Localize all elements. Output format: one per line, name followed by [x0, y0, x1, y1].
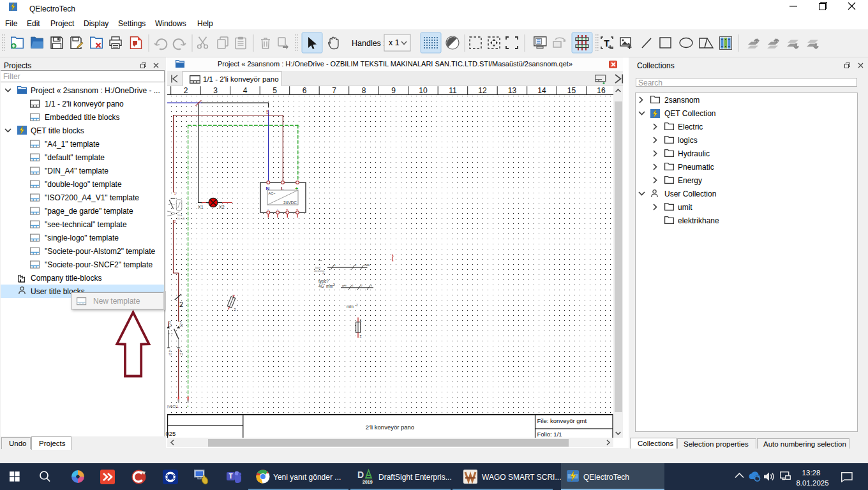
- svg-text:7: 7: [332, 86, 336, 95]
- svg-text:9: 9: [391, 86, 396, 95]
- svg-text:2: 2: [360, 334, 362, 338]
- svg-text:8: 8: [362, 86, 366, 95]
- svg-text:8.01.2025: 8.01.2025: [796, 479, 828, 487]
- svg-text:"page_de garde" template: "page_de garde" template: [45, 207, 133, 216]
- svg-text:D: D: [357, 470, 364, 480]
- svg-text:1/1 - 2'li konveyör pano: 1/1 - 2'li konveyör pano: [45, 100, 124, 108]
- svg-text:DraftSight Enterpris...: DraftSight Enterpris...: [378, 473, 452, 482]
- svg-text:20 A: 20 A: [177, 214, 183, 217]
- svg-text:3: 3: [169, 320, 171, 324]
- svg-text:T: T: [228, 473, 232, 480]
- svg-text:4G: 4G: [318, 284, 324, 288]
- svg-text:X1: X1: [198, 205, 204, 209]
- svg-text:"see-technical" template: "see-technical" template: [45, 220, 127, 229]
- svg-text:Project « 2sansnom : H:/OneDri: Project « 2sansnom : H:/OneDrive - ...: [31, 86, 160, 95]
- svg-text:14: 14: [537, 86, 546, 95]
- svg-text:elektrikhane: elektrikhane: [678, 216, 719, 225]
- svg-text:gmt: gmt: [342, 284, 347, 287]
- svg-text:1: 1: [174, 191, 176, 195]
- svg-text:+: +: [286, 207, 288, 211]
- svg-text:AC~: AC~: [269, 191, 276, 195]
- svg-text:"Societe-pour-SNCF2" template: "Societe-pour-SNCF2" template: [45, 260, 153, 269]
- svg-text:umit: umit: [678, 203, 692, 212]
- svg-text:13: 13: [508, 86, 517, 95]
- svg-text:10: 10: [419, 86, 428, 95]
- svg-text:2: 2: [184, 86, 188, 95]
- svg-text:24VDC: 24VDC: [283, 200, 297, 205]
- svg-text:QET Collection: QET Collection: [664, 109, 715, 118]
- svg-text:3: 3: [213, 86, 218, 95]
- svg-text:T: T: [604, 38, 610, 48]
- svg-text:30 mA: 30 mA: [177, 217, 185, 220]
- svg-text:4: 4: [169, 349, 171, 353]
- svg-text:(VAC): (VAC): [167, 405, 176, 408]
- svg-text:Embedded title blocks: Embedded title blocks: [45, 113, 119, 122]
- svg-text:mm: mm: [326, 284, 333, 288]
- svg-text:Energy: Energy: [678, 176, 702, 185]
- svg-text:Hydraulic: Hydraulic: [678, 149, 710, 158]
- svg-text:5: 5: [273, 86, 277, 95]
- svg-text:16: 16: [597, 86, 606, 95]
- svg-text:+: +: [187, 404, 190, 408]
- svg-text:"ISO7200_A4_V1" template: "ISO7200_A4_V1" template: [45, 193, 139, 202]
- svg-text:11: 11: [449, 86, 457, 95]
- svg-text:2: 2: [174, 219, 176, 223]
- svg-text:T2: T2: [168, 353, 172, 356]
- svg-text:"DIN_A4" template: "DIN_A4" template: [45, 167, 108, 175]
- svg-text:+: +: [296, 207, 299, 211]
- svg-text:5: 5: [180, 320, 182, 324]
- svg-text:File: konveyör gmt: File: konveyör gmt: [537, 417, 587, 424]
- svg-text:L2: L2: [168, 324, 172, 327]
- svg-text:mm: mm: [347, 304, 354, 309]
- svg-text:2019: 2019: [363, 480, 373, 484]
- svg-text:4: 4: [243, 86, 248, 95]
- svg-text:x 1: x 1: [389, 38, 400, 47]
- svg-text:6: 6: [303, 86, 307, 95]
- svg-text:1: 1: [360, 318, 362, 322]
- svg-text:Pneumatic: Pneumatic: [678, 163, 714, 172]
- svg-text:6: 6: [180, 349, 182, 353]
- svg-text:2sansnom: 2sansnom: [664, 96, 700, 105]
- svg-text:"Societe-pour-Alstom2" templat: "Societe-pour-Alstom2" template: [45, 247, 156, 256]
- svg-text:4x: 4x: [322, 272, 325, 275]
- svg-text:L3: L3: [180, 324, 184, 327]
- svg-text:Handles :: Handles :: [352, 39, 385, 48]
- svg-text:CMB: CMB: [364, 264, 370, 267]
- svg-text:QElectroTech: QElectroTech: [583, 473, 629, 482]
- svg-text:13:28: 13:28: [802, 469, 821, 477]
- svg-text:logics: logics: [678, 136, 698, 145]
- svg-text:Company title-blocks: Company title-blocks: [31, 274, 101, 283]
- svg-text:X2: X2: [219, 205, 225, 209]
- svg-text:"default" template: "default" template: [45, 153, 105, 162]
- svg-text:type?: type?: [318, 279, 329, 284]
- svg-text:-: -: [267, 207, 269, 211]
- svg-text:"single-logo" template: "single-logo" template: [45, 234, 119, 242]
- svg-text:Electric: Electric: [678, 122, 703, 131]
- svg-text:WAGO SMART SCRI...: WAGO SMART SCRI...: [482, 473, 561, 482]
- svg-text:Folio: 1/1: Folio: 1/1: [537, 431, 562, 438]
- svg-text:15: 15: [567, 86, 576, 95]
- svg-text:5: 5: [266, 109, 269, 115]
- svg-text:T3: T3: [180, 353, 184, 356]
- svg-text:12: 12: [478, 86, 487, 95]
- svg-text:"A4_1" template: "A4_1" template: [45, 140, 100, 149]
- svg-text:2: 2: [234, 308, 236, 311]
- svg-text:1: 1: [232, 294, 234, 298]
- svg-text:-: -: [277, 207, 278, 211]
- svg-text:User Collection: User Collection: [664, 189, 716, 198]
- svg-text:2'li konveyör pano: 2'li konveyör pano: [366, 424, 414, 431]
- svg-text:2: 2: [179, 301, 183, 308]
- svg-text:QET title blocks: QET title blocks: [31, 126, 84, 135]
- svg-text:Yeni yanıt gönder ...: Yeni yanıt gönder ...: [273, 473, 341, 482]
- svg-text:"double-logo" template: "double-logo" template: [45, 180, 122, 189]
